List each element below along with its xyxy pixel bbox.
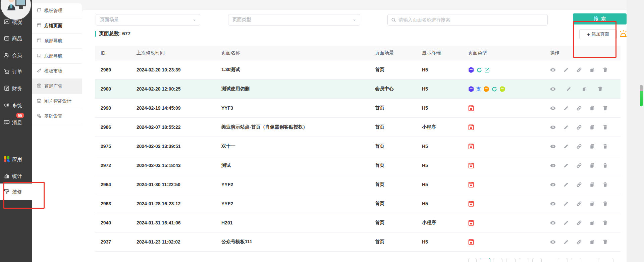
search-button[interactable]: 搜索 bbox=[573, 13, 627, 24]
view-icon[interactable] bbox=[550, 182, 556, 188]
delete-icon[interactable] bbox=[602, 201, 608, 207]
copy-icon[interactable] bbox=[589, 163, 595, 168]
copy-icon[interactable] bbox=[589, 239, 595, 245]
sidebar-item-stats[interactable]: 统计 bbox=[0, 170, 32, 182]
edit-icon[interactable] bbox=[563, 163, 569, 168]
view-icon[interactable] bbox=[550, 201, 556, 207]
orders-icon bbox=[4, 68, 10, 75]
delete-icon[interactable] bbox=[602, 105, 608, 111]
copy-icon[interactable] bbox=[589, 105, 595, 111]
cell-id: 2963 bbox=[101, 201, 137, 206]
delete-icon[interactable] bbox=[602, 144, 608, 149]
pagination-button[interactable] bbox=[519, 258, 529, 262]
edit-icon[interactable] bbox=[563, 105, 569, 111]
add-page-button[interactable]: + 添加页面 bbox=[579, 29, 617, 39]
link-icon[interactable] bbox=[576, 105, 582, 111]
link-icon[interactable] bbox=[576, 182, 582, 188]
view-icon[interactable] bbox=[550, 124, 556, 130]
delete-icon[interactable] bbox=[602, 163, 608, 168]
sidebar-item-overview[interactable]: 概况 bbox=[0, 16, 32, 28]
edit-icon[interactable] bbox=[563, 144, 569, 149]
copy-icon[interactable] bbox=[589, 67, 595, 73]
pagination-button[interactable] bbox=[493, 258, 502, 262]
view-icon[interactable] bbox=[550, 239, 556, 245]
copy-icon[interactable] bbox=[589, 220, 595, 226]
search-input[interactable] bbox=[398, 17, 544, 22]
link-icon[interactable] bbox=[576, 124, 582, 130]
sidebar-item-label: 概况 bbox=[12, 19, 22, 25]
submenu-item-bottom-nav[interactable]: 底部导航 bbox=[32, 49, 82, 64]
column-header: 页面类型 bbox=[468, 50, 550, 56]
submenu-item-label: 底部导航 bbox=[44, 53, 62, 59]
view-icon[interactable] bbox=[550, 144, 556, 149]
sidebar-item-apps[interactable]: 应用 bbox=[0, 153, 32, 165]
delete-icon[interactable] bbox=[602, 124, 608, 130]
submenu-item-screen-ad[interactable]: 首屏广告 bbox=[32, 79, 82, 94]
edit-icon[interactable] bbox=[563, 124, 569, 130]
sidebar-item-decorate[interactable]: 装修 bbox=[0, 184, 32, 200]
submenu-item-shop-page[interactable]: 店铺页面 bbox=[32, 18, 82, 34]
table-row: 29002024-02-20 12:00:25测试使用勿删会员中心H5支 bbox=[95, 80, 621, 99]
delete-icon[interactable] bbox=[602, 67, 608, 73]
cell-scene: 首页 bbox=[375, 239, 422, 245]
pagination-button[interactable] bbox=[506, 258, 516, 262]
view-icon[interactable] bbox=[550, 220, 556, 226]
scene-filter-select[interactable]: 页面场景 ∨ bbox=[96, 14, 200, 25]
link-icon[interactable] bbox=[576, 239, 582, 245]
cell-scene: 首页 bbox=[375, 143, 422, 149]
type-filter-select[interactable]: 页面类型 ∨ bbox=[228, 14, 360, 25]
copy-icon[interactable] bbox=[589, 182, 595, 188]
edit-icon[interactable] bbox=[563, 220, 569, 226]
copy-icon[interactable] bbox=[582, 86, 587, 92]
page-total-text: 页面总数: 677 bbox=[99, 31, 130, 37]
pagination-button[interactable] bbox=[571, 258, 581, 262]
scrollbar-thumb[interactable] bbox=[640, 85, 643, 106]
view-icon[interactable] bbox=[550, 163, 556, 168]
copy-icon[interactable] bbox=[589, 124, 595, 130]
sidebar-item-messages[interactable]: 消息 55 bbox=[0, 116, 32, 128]
page-red-icon bbox=[468, 182, 474, 188]
cell-terminal: H5 bbox=[422, 163, 468, 168]
link-icon[interactable] bbox=[576, 163, 582, 168]
submenu-item-top-nav[interactable]: 顶部导航 bbox=[32, 34, 82, 49]
copy-icon[interactable] bbox=[589, 144, 595, 149]
delete-icon[interactable] bbox=[597, 86, 603, 92]
cell-id: 2986 bbox=[101, 124, 137, 130]
submenu-item-template-manage[interactable]: 模板管理 bbox=[32, 3, 82, 18]
cell-name: 测试使用勿删 bbox=[221, 86, 375, 92]
submenu-item-image-design[interactable]: 图片智能设计 bbox=[32, 94, 82, 109]
settings-icon bbox=[37, 113, 42, 119]
edit-icon[interactable] bbox=[563, 201, 569, 207]
pagination-button[interactable] bbox=[558, 258, 568, 262]
delete-icon[interactable] bbox=[602, 220, 608, 226]
edit-icon[interactable] bbox=[563, 239, 569, 245]
sidebar-item-orders[interactable]: 订单 bbox=[0, 66, 32, 78]
sidebar-item-finance[interactable]: 财务 bbox=[0, 83, 32, 95]
sidebar-item-members[interactable]: 会员 bbox=[0, 49, 32, 61]
edit-icon[interactable] bbox=[563, 67, 569, 73]
sidebar-item-goods[interactable]: 商品 bbox=[0, 33, 32, 45]
link-icon[interactable] bbox=[576, 144, 582, 149]
sidebar-item-system[interactable]: 系统 bbox=[0, 99, 32, 111]
decorate-submenu: 模板管理 店铺页面 顶部导航 底部导航 模板市场 首屏广告 图片智能设计 基础设… bbox=[32, 3, 82, 262]
view-icon[interactable] bbox=[550, 67, 556, 73]
submenu-item-settings[interactable]: 基础设置 bbox=[32, 109, 82, 124]
pagination-button[interactable] bbox=[468, 258, 477, 262]
pagination-button[interactable] bbox=[532, 258, 542, 262]
edit-icon[interactable] bbox=[566, 86, 572, 92]
sidebar-item-label: 系统 bbox=[12, 102, 22, 109]
delete-icon[interactable] bbox=[602, 239, 608, 245]
chevron-down-icon: ∨ bbox=[193, 18, 196, 21]
link-icon[interactable] bbox=[576, 220, 582, 226]
cell-id: 2972 bbox=[101, 163, 137, 168]
copy-icon[interactable] bbox=[589, 201, 595, 207]
view-icon[interactable] bbox=[550, 86, 556, 92]
link-icon[interactable] bbox=[576, 67, 582, 73]
pagination-button-active[interactable] bbox=[480, 258, 490, 262]
pagination-button[interactable] bbox=[598, 258, 613, 262]
view-icon[interactable] bbox=[550, 105, 556, 111]
submenu-item-template-market[interactable]: 模板市场 bbox=[32, 64, 82, 79]
edit-icon[interactable] bbox=[563, 182, 569, 188]
delete-icon[interactable] bbox=[602, 182, 608, 188]
link-icon[interactable] bbox=[576, 201, 582, 207]
